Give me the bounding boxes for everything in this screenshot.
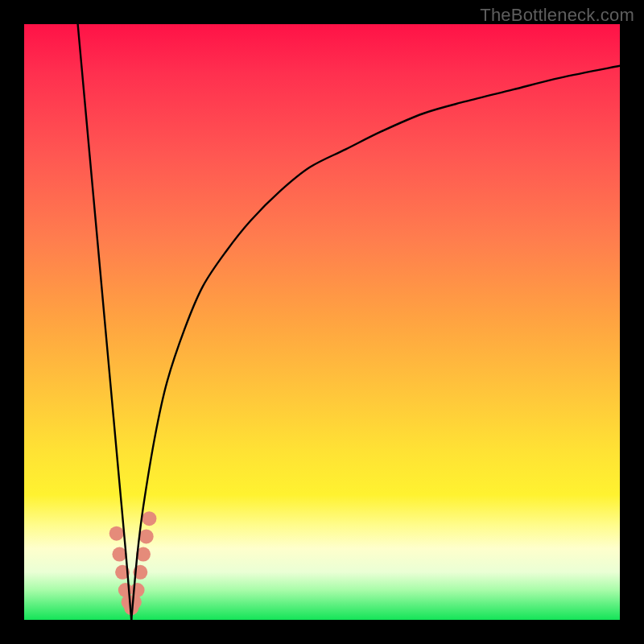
chart-frame: TheBottleneck.com [0, 0, 644, 644]
plot-area [24, 24, 620, 620]
watermark-text: TheBottleneck.com [480, 5, 634, 26]
curve-canvas [24, 24, 620, 620]
